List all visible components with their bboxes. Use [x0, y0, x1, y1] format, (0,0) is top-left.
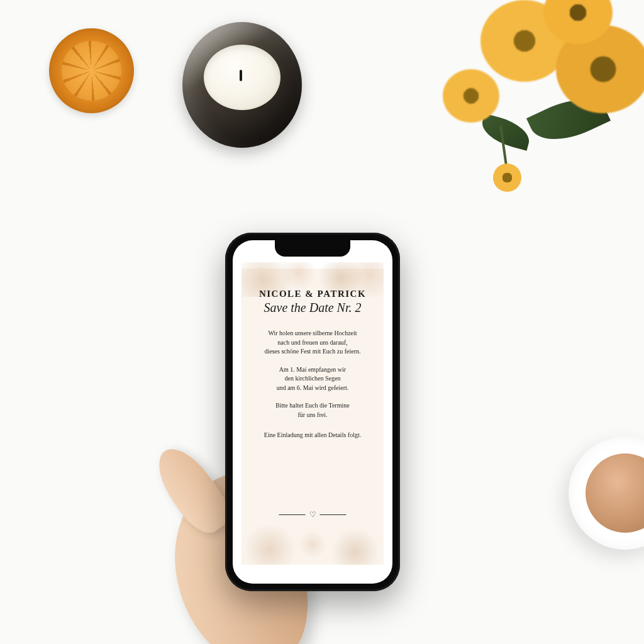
divider-line-left [279, 514, 306, 515]
candle-jar [182, 22, 302, 148]
heart-icon: ♡ [309, 510, 316, 519]
paragraph-2: Am 1. Mai empfangen wir den kirchlichen … [277, 365, 349, 393]
text-line: Wir holen unsere silberne Hochzeit [268, 330, 357, 336]
text-line: nach und freuen uns darauf, [277, 339, 347, 346]
text-line: Bitte haltet Euch die Termine [275, 402, 349, 409]
sunflower-bouquet [418, 0, 644, 189]
dried-orange-slice [49, 28, 134, 113]
paragraph-4: Eine Einladung mit allen Details folgt. [264, 431, 361, 440]
text-line: für uns frei. [298, 411, 328, 418]
small-sunflower [493, 164, 521, 192]
leaf [478, 113, 533, 150]
smartphone-frame: NICOLE & PATRICK Save the Date Nr. 2 Wir… [225, 233, 400, 591]
heart-divider: ♡ [279, 510, 347, 519]
candle-wick [240, 70, 242, 81]
paragraph-3: Bitte haltet Euch die Termine für uns fr… [275, 401, 349, 419]
paragraph-1: Wir holen unsere silberne Hochzeit nach … [264, 329, 360, 357]
text-line: und am 6. Mai wird gefeiert. [277, 384, 349, 391]
text-line: dieses schöne Fest mit Euch zu feiern. [264, 348, 360, 355]
phone-screen[interactable]: NICOLE & PATRICK Save the Date Nr. 2 Wir… [233, 240, 392, 584]
divider-line-right [320, 514, 347, 515]
floral-decoration-bottom [242, 514, 384, 565]
phone-notch [275, 240, 350, 257]
text-line: Am 1. Mai empfangen wir [279, 366, 346, 373]
couple-names: NICOLE & PATRICK [259, 289, 366, 299]
sunflower [443, 69, 499, 123]
coffee-cup [569, 436, 644, 550]
card-subtitle: Save the Date Nr. 2 [264, 301, 362, 315]
text-line: den kirchlichen Segen [285, 375, 341, 382]
save-the-date-card: NICOLE & PATRICK Save the Date Nr. 2 Wir… [242, 269, 384, 565]
